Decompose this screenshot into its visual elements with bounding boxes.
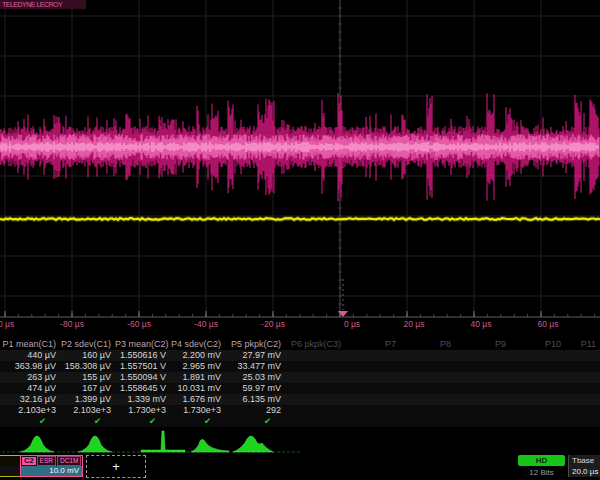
timebase-title: Tbase (569, 455, 600, 466)
table-row: 363.98 µV158.308 µV1.557501 V2.965 mV33.… (0, 361, 600, 372)
param-value-cell (400, 350, 455, 361)
param-value-cell (510, 394, 565, 405)
param-value-cell: 10.031 mV (170, 383, 225, 394)
histicon-wide (233, 436, 273, 452)
param-status-check: ✔ (225, 416, 285, 427)
param-header-p1[interactable]: P1 mean(C1) (0, 338, 60, 350)
param-value-cell: 2.103e+3 (60, 405, 115, 416)
plus-icon: + (112, 459, 120, 474)
param-header-p7[interactable]: P7 (345, 338, 400, 350)
param-value-cell: 1.550094 V (115, 372, 170, 383)
brand-badge: TELEDYNE LECROY (0, 0, 86, 9)
param-value-cell: 2.965 mV (170, 361, 225, 372)
c2-volts-per-div: 10.0 mV (21, 466, 82, 476)
table-row: 2.103e+32.103e+31.730e+31.730e+3292 (0, 405, 600, 416)
param-value-cell (345, 394, 400, 405)
channel-c2-descriptor[interactable]: C2 ESR DC1M 10.0 mV (20, 455, 83, 477)
param-status-check: ✔ (115, 416, 170, 427)
param-value-cell (285, 350, 345, 361)
param-value-cell (510, 383, 565, 394)
param-value-cell: 32.16 µV (0, 394, 60, 405)
time-axis-labels: -100 µs-80 µs-60 µs-40 µs-20 µs0 µs20 µs… (0, 319, 600, 333)
param-header-p5[interactable]: P5 pkpk(C2) (225, 338, 285, 350)
param-value-cell (285, 383, 345, 394)
param-value-cell (510, 372, 565, 383)
param-value-cell (455, 394, 510, 405)
param-status-check: ✔ (170, 416, 225, 427)
param-status-check (345, 416, 400, 427)
param-header-p3[interactable]: P3 mean(C2) (115, 338, 170, 350)
hd-bits-label: 12 Bits (518, 468, 565, 478)
param-value-cell (455, 405, 510, 416)
param-value-cell: 1.730e+3 (170, 405, 225, 416)
param-status-check (455, 416, 510, 427)
param-value-cell: 27.97 mV (225, 350, 285, 361)
table-row: 474 µV167 µV1.558645 V10.031 mV59.97 mV (0, 383, 600, 394)
c2-coupling-badge: DC1M (57, 456, 81, 466)
table-row: 440 µV160 µV1.550616 V2.200 mV27.97 mV (0, 350, 600, 361)
time-axis-label: 40 µs (471, 319, 492, 329)
param-status-check: ✔ (60, 416, 115, 427)
param-header-p4[interactable]: P4 sdev(C2) (170, 338, 225, 350)
param-value-cell (510, 405, 565, 416)
param-header-p6[interactable]: P6 pkpk(C3) (285, 338, 345, 350)
param-value-cell (345, 405, 400, 416)
param-value-cell: 1.557501 V (115, 361, 170, 372)
time-axis-label: -40 µs (194, 319, 218, 329)
param-status-check (510, 416, 565, 427)
param-value-cell: 155 µV (60, 372, 115, 383)
timebase-descriptor[interactable]: Tbase 20.0 µs (568, 455, 600, 477)
param-value-cell: 1.339 mV (115, 394, 170, 405)
param-value-cell (345, 361, 400, 372)
param-value-cell (455, 361, 510, 372)
oscilloscope-screen: TELEDYNE LECROY -100 µs-80 µs-60 µs-40 µ… (0, 0, 600, 480)
param-value-cell: 1.676 mV (170, 394, 225, 405)
param-value-cell (510, 361, 565, 372)
timebase-value: 20.0 µs (569, 466, 600, 477)
measurement-table: P1 mean(C1)P2 sdev(C1)P3 mean(C2)P4 sdev… (0, 338, 600, 427)
param-value-cell (565, 350, 600, 361)
table-row: ✔✔✔✔✔ (0, 416, 600, 427)
param-value-cell (285, 394, 345, 405)
param-value-cell: 1.891 mV (170, 372, 225, 383)
param-value-cell: 1.730e+3 (115, 405, 170, 416)
param-value-cell (285, 372, 345, 383)
param-value-cell (285, 405, 345, 416)
histicon-bell (20, 436, 54, 452)
add-trace-button[interactable]: + (86, 455, 146, 478)
param-status-check: ✔ (0, 416, 60, 427)
param-header-p11[interactable]: P11 (565, 338, 600, 350)
param-value-cell: 1.550616 V (115, 350, 170, 361)
parameter-histicons (0, 428, 600, 454)
param-value-cell: 167 µV (60, 383, 115, 394)
param-value-cell: 292 (225, 405, 285, 416)
table-row: 263 µV155 µV1.550094 V1.891 mV25.03 mV (0, 372, 600, 383)
param-header-p8[interactable]: P8 (400, 338, 455, 350)
param-status-check (285, 416, 345, 427)
param-value-cell (345, 383, 400, 394)
param-status-check (400, 416, 455, 427)
param-value-cell (400, 372, 455, 383)
table-row: P1 mean(C1)P2 sdev(C1)P3 mean(C2)P4 sdev… (0, 338, 600, 350)
param-value-cell (345, 372, 400, 383)
param-header-p2[interactable]: P2 sdev(C1) (60, 338, 115, 350)
param-value-cell (455, 383, 510, 394)
param-header-p9[interactable]: P9 (455, 338, 510, 350)
param-value-cell: 363.98 µV (0, 361, 60, 372)
time-axis-label: -20 µs (261, 319, 285, 329)
param-value-cell: 160 µV (60, 350, 115, 361)
param-value-cell: 2.200 mV (170, 350, 225, 361)
param-value-cell (455, 372, 510, 383)
param-value-cell (565, 361, 600, 372)
param-header-p10[interactable]: P10 (510, 338, 565, 350)
param-value-cell: 440 µV (0, 350, 60, 361)
histicon-peak (191, 439, 229, 452)
c2-label-badge: C2 (22, 457, 36, 465)
param-value-cell: 59.97 mV (225, 383, 285, 394)
param-value-cell (565, 394, 600, 405)
hd-mode-badge[interactable]: HD (518, 455, 565, 466)
param-value-cell (565, 383, 600, 394)
graticule-and-traces (0, 0, 600, 318)
param-status-check (565, 416, 600, 427)
param-value-cell (400, 405, 455, 416)
